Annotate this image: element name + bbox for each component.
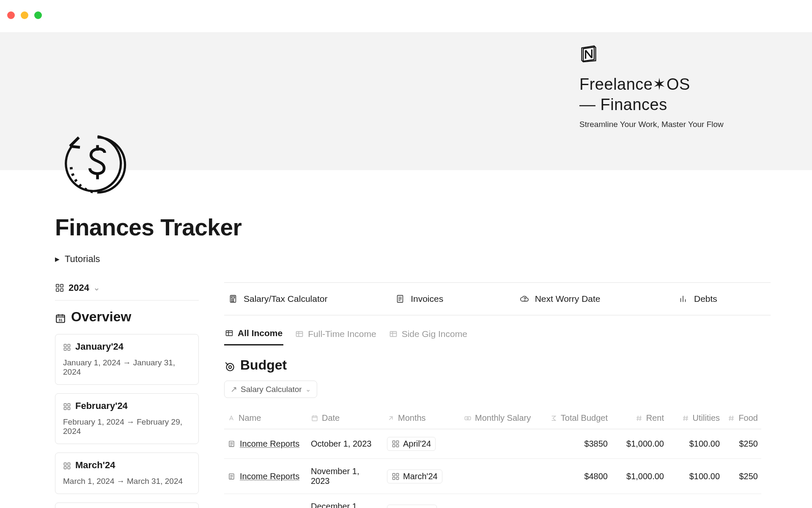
target-hand-icon [224, 360, 235, 371]
number-prop-icon [682, 414, 689, 422]
notion-logo-icon [579, 44, 724, 64]
arrow-up-right-icon: ↗ [230, 384, 237, 394]
row-date: October 1, 2023 [311, 439, 371, 449]
table-row[interactable]: Income Reports October 1, 2023 April'24 … [224, 429, 771, 459]
board-icon [63, 343, 71, 351]
month-title: March'24 [75, 460, 115, 471]
tool-invoices[interactable]: Invoices [395, 294, 520, 304]
tab-all-income[interactable]: All Income [224, 328, 283, 345]
salary-calculator-chip[interactable]: ↗ Salary Calculator ⌄ [224, 381, 317, 398]
row-rent: $1,000.00 [626, 507, 664, 508]
months-pill[interactable]: April'24 [387, 437, 436, 451]
row-utilities: $100.00 [689, 507, 720, 508]
money-prop-icon [464, 414, 472, 422]
board-icon [63, 461, 71, 469]
tab-full-time-income[interactable]: Full-Time Income [294, 328, 377, 345]
month-range: January 1, 2024 → January 31, 2024 [63, 358, 191, 377]
row-rent: $1,000.00 [626, 439, 664, 449]
overview-heading: 31 Overview [55, 309, 199, 325]
budget-heading: Budget [224, 357, 771, 373]
svg-rect-40 [396, 441, 399, 443]
doc-icon [228, 472, 236, 480]
tool-debts[interactable]: Debts [679, 294, 766, 304]
row-date: November 1, 2023 [311, 467, 380, 486]
doc-icon [228, 440, 236, 448]
month-card[interactable]: March'24 March 1, 2024 → March 31, 2024 [55, 453, 199, 494]
page-icon [63, 131, 129, 197]
board-icon [392, 472, 400, 480]
tab-side-gig-income[interactable]: Side Gig Income [388, 328, 468, 345]
month-card[interactable]: January'24 January 1, 2024 → January 31,… [55, 334, 199, 385]
svg-rect-39 [392, 441, 395, 443]
svg-rect-2 [56, 289, 59, 291]
svg-rect-42 [396, 444, 399, 447]
svg-rect-1 [60, 284, 63, 287]
month-card[interactable]: April'24 April 1, 2024 → April 30, 2024 [55, 502, 199, 508]
table-icon [225, 329, 233, 337]
chevron-down-icon: ⌄ [305, 385, 311, 393]
month-range: March 1, 2024 → March 31, 2024 [63, 477, 191, 486]
svg-rect-47 [396, 477, 399, 480]
svg-rect-13 [68, 407, 70, 410]
tool-salary-tax-calculator[interactable]: Salary/Tax Calculator [228, 294, 395, 304]
cloud-question-icon [520, 294, 529, 304]
svg-rect-9 [68, 348, 70, 351]
month-title: February'24 [75, 400, 128, 411]
svg-point-29 [524, 301, 525, 301]
row-utilities: $100.00 [689, 472, 720, 481]
table-row[interactable]: Income Reports November 1, 2023 March'24… [224, 459, 771, 494]
svg-rect-14 [64, 463, 66, 465]
svg-rect-16 [64, 467, 66, 469]
year-label: 2024 [69, 282, 89, 293]
svg-rect-15 [68, 463, 70, 465]
date-prop-icon [311, 414, 318, 422]
close-window-button[interactable] [7, 11, 15, 19]
bars-icon [679, 294, 688, 304]
row-total-budget: $3850 [584, 439, 608, 449]
months-pill[interactable]: June'24 [387, 505, 437, 508]
tool-next-worry-date[interactable]: Next Worry Date [520, 294, 679, 304]
invoice-icon [395, 294, 405, 304]
svg-rect-8 [64, 348, 66, 351]
svg-rect-31 [296, 331, 303, 337]
table-header: Name Date Months Monthly Salary Total Bu… [224, 407, 771, 429]
maximize-window-button[interactable] [34, 11, 42, 19]
tutorials-toggle[interactable]: ▶ Tutorials [55, 254, 771, 265]
page-title: Finances Tracker [55, 214, 771, 241]
svg-rect-23 [231, 297, 234, 298]
row-name[interactable]: Income Reports [240, 472, 299, 481]
year-selector[interactable]: 2024 ⌄ [55, 282, 199, 293]
svg-rect-32 [390, 331, 396, 337]
board-icon [55, 283, 64, 293]
row-date: December 1, 2023 [311, 502, 380, 508]
svg-point-24 [231, 299, 232, 300]
svg-rect-7 [68, 344, 70, 347]
svg-rect-45 [396, 473, 399, 476]
number-prop-icon [727, 414, 735, 422]
row-total-budget: $4800 [584, 472, 608, 481]
svg-text:31: 31 [58, 318, 63, 322]
table-row[interactable]: Income Reports December 1, 2023 June'24 … [224, 494, 771, 508]
svg-rect-0 [56, 284, 59, 287]
row-food: $250 [739, 439, 758, 449]
brand-title: Freelance✶OS — Finances [579, 75, 724, 115]
row-name[interactable]: Income Reports [240, 439, 299, 449]
months-pill[interactable]: March'24 [387, 469, 442, 483]
quick-links-toolbar: Salary/Tax Calculator Invoices Next Worr… [224, 282, 771, 315]
board-icon [392, 440, 400, 448]
board-icon [63, 402, 71, 410]
month-card[interactable]: February'24 February 1, 2024 → February … [55, 393, 199, 444]
brand-block: Freelance✶OS — Finances Streamline Your … [579, 44, 724, 129]
svg-rect-6 [64, 344, 66, 347]
calendar-icon: 31 [55, 312, 66, 323]
svg-point-25 [233, 299, 234, 300]
tutorials-label: Tutorials [65, 254, 100, 265]
month-title: January'24 [75, 341, 123, 352]
number-prop-icon [635, 414, 643, 422]
row-food: $250 [739, 507, 758, 508]
row-name[interactable]: Income Reports [240, 507, 299, 508]
table-icon [295, 330, 304, 338]
chevron-down-icon: ⌄ [93, 283, 100, 293]
month-range: February 1, 2024 → February 29, 2024 [63, 417, 191, 436]
minimize-window-button[interactable] [21, 11, 28, 19]
